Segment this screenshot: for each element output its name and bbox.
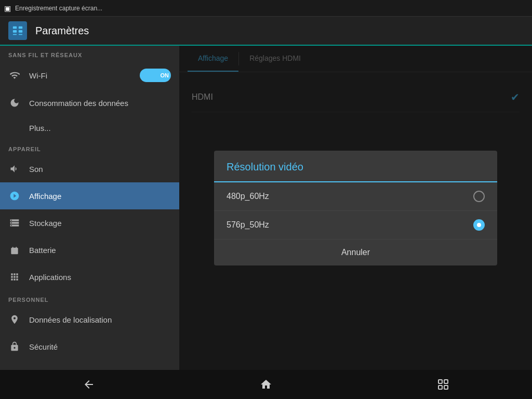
data-label: Consommation des données xyxy=(29,99,128,108)
sidebar-item-affichage[interactable]: Affichage xyxy=(0,182,179,209)
option-576p-label: 576p_50Hz xyxy=(227,220,473,230)
sidebar-item-localisation[interactable]: Données de localisation xyxy=(0,306,179,333)
option-480p[interactable]: 480p_60Hz xyxy=(214,182,497,211)
wifi-icon xyxy=(8,69,21,82)
settings-icon xyxy=(8,21,27,40)
section-header-wireless: SANS FIL ET RÉSEAUX xyxy=(0,46,179,61)
display-icon xyxy=(8,190,21,202)
batterie-label: Batterie xyxy=(29,246,56,255)
bottom-bar xyxy=(0,370,532,399)
plus-label: Plus... xyxy=(29,124,51,132)
content-area: Affichage Réglages HDMI HDMI ✔ Résolutio… xyxy=(179,46,532,370)
option-576p[interactable]: 576p_50Hz xyxy=(214,211,497,240)
securite-label: Sécurité xyxy=(29,342,58,351)
top-bar-title: Enregistrement capture écran... xyxy=(15,5,102,12)
sidebar-item-wifi[interactable]: Wi-Fi ON xyxy=(0,61,179,89)
stockage-label: Stockage xyxy=(29,219,62,228)
svg-rect-2 xyxy=(13,30,17,33)
apps-icon xyxy=(8,271,21,283)
section-header-personal: PERSONNEL xyxy=(0,290,179,306)
home-button[interactable] xyxy=(254,372,278,397)
svg-rect-7 xyxy=(444,380,448,383)
sound-icon xyxy=(8,163,21,175)
storage-icon xyxy=(8,217,21,229)
modal-overlay: Résolution vidéo 480p_60Hz 576p_50Hz Ann… xyxy=(179,46,532,370)
cancel-button[interactable]: Annuler xyxy=(214,240,497,265)
location-icon xyxy=(8,313,21,326)
wifi-toggle[interactable]: ON xyxy=(140,69,171,82)
svg-rect-8 xyxy=(444,385,448,389)
header-title: Paramètres xyxy=(35,25,89,37)
svg-rect-4 xyxy=(13,34,17,35)
sidebar-item-son[interactable]: Son xyxy=(0,155,179,182)
modal-header: Résolution vidéo xyxy=(214,151,497,182)
sidebar-item-langue[interactable]: A Langue et saisie xyxy=(0,360,179,370)
sidebar-item-stockage[interactable]: Stockage xyxy=(0,209,179,236)
son-label: Son xyxy=(29,165,43,174)
applications-label: Applications xyxy=(29,273,71,282)
sidebar-item-batterie[interactable]: Batterie xyxy=(0,236,179,263)
localisation-label: Données de localisation xyxy=(29,315,112,324)
top-bar: ▣ Enregistrement capture écran... xyxy=(0,0,532,17)
sidebar-item-applications[interactable]: Applications xyxy=(0,263,179,290)
sidebar-item-plus[interactable]: Plus... xyxy=(0,116,179,140)
wifi-label: Wi-Fi xyxy=(29,71,47,80)
header: Paramètres xyxy=(0,17,532,46)
recents-button[interactable] xyxy=(431,372,456,397)
option-480p-label: 480p_60Hz xyxy=(227,192,473,201)
svg-rect-1 xyxy=(19,26,22,29)
battery-icon xyxy=(8,244,21,256)
radio-576p[interactable] xyxy=(473,219,485,231)
svg-rect-0 xyxy=(13,26,17,29)
sidebar-item-data[interactable]: Consommation des données xyxy=(0,89,179,116)
security-icon xyxy=(8,340,21,353)
svg-rect-9 xyxy=(438,385,442,389)
main-layout: SANS FIL ET RÉSEAUX Wi-Fi ON Consommatio… xyxy=(0,46,532,370)
back-button[interactable] xyxy=(76,372,101,397)
svg-rect-5 xyxy=(19,34,22,35)
affichage-label: Affichage xyxy=(29,192,61,201)
sidebar-item-securite[interactable]: Sécurité xyxy=(0,333,179,360)
svg-rect-3 xyxy=(19,30,22,33)
svg-rect-6 xyxy=(438,380,442,383)
radio-480p[interactable] xyxy=(473,191,485,202)
sidebar: SANS FIL ET RÉSEAUX Wi-Fi ON Consommatio… xyxy=(0,46,179,370)
resolution-dialog: Résolution vidéo 480p_60Hz 576p_50Hz Ann… xyxy=(214,151,497,265)
moon-icon xyxy=(8,97,21,109)
screen-record-icon: ▣ xyxy=(4,4,11,12)
section-header-device: APPAREIL xyxy=(0,140,179,155)
modal-title: Résolution vidéo xyxy=(227,161,303,172)
